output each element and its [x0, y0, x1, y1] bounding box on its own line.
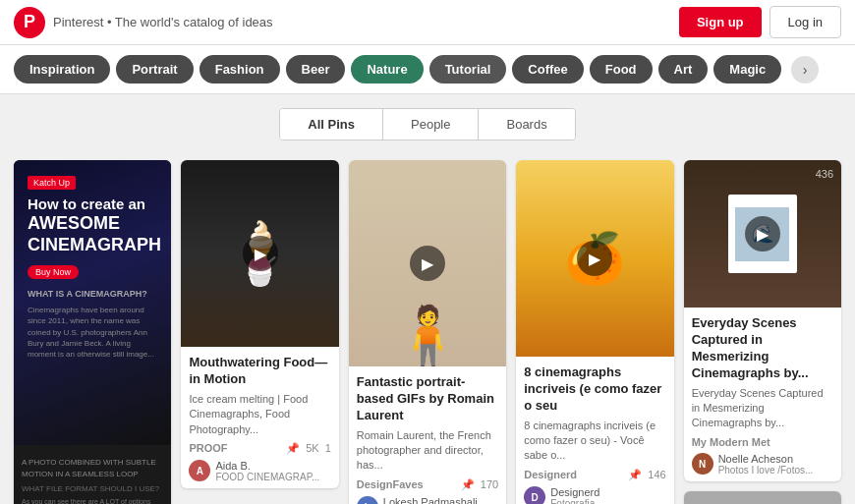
pin-meta: My Modern Met: [692, 436, 833, 448]
pin-info: Fantastic portrait-based GIFs by Romain …: [349, 366, 506, 504]
pin-card[interactable]: Katch Up How to create anAWESOMECINEMAGR…: [14, 160, 171, 504]
signup-button[interactable]: Sign up: [679, 7, 762, 37]
cat-magic[interactable]: Magic: [713, 55, 781, 84]
pin-card[interactable]: 🧍 ▶ Fantastic portrait-based GIFs by Rom…: [349, 160, 506, 504]
play-button[interactable]: ▶: [243, 236, 278, 271]
play-button[interactable]: ▶: [745, 216, 780, 252]
user-name: Designerd: [550, 486, 599, 498]
category-next-button[interactable]: ›: [791, 56, 819, 84]
pin-title: 8 cinemagraphs incriveis (e como fazer o…: [524, 364, 665, 415]
logo[interactable]: P Pinterest • The world's catalog of ide…: [14, 7, 273, 38]
play-button[interactable]: ▶: [577, 241, 612, 276]
pin-desc: 8 cinemagraphs incriveis (e como fazer o…: [524, 419, 665, 464]
login-button[interactable]: Log in: [770, 6, 841, 38]
pin-title: Mouthwatering Food—in Motion: [189, 355, 330, 388]
pin-desc: Ice cream melting | Food Cinemagraphs, F…: [189, 392, 330, 437]
pin-stat-count: 170: [481, 478, 498, 491]
filter-tabs-container: All Pins People Boards: [0, 94, 855, 150]
pin-column-5: 🌊 ▶ 436 Everyday Scenes Captured in Mesm…: [684, 160, 841, 504]
pin-info: 8 cinemagraphs incriveis (e como fazer o…: [516, 357, 673, 504]
avatar: A: [189, 460, 210, 481]
logo-icon: P: [14, 7, 45, 38]
pin-desc: Romain Laurent, the French photographer …: [357, 428, 498, 474]
pin-save-count: 5K: [306, 442, 318, 455]
cat-beer[interactable]: Beer: [286, 55, 346, 84]
pin-user: L Lokesh Padmashali ★ GIFS ★: [357, 496, 498, 504]
cat-fashion[interactable]: Fashion: [200, 55, 280, 84]
pin-source: PROOF: [189, 442, 227, 454]
pin-title: Fantastic portrait-based GIFs by Romain …: [357, 374, 498, 424]
tab-people[interactable]: People: [383, 109, 479, 140]
user-name: Aida B.: [215, 460, 319, 472]
pin-source: Designerd: [524, 469, 577, 480]
pin-card[interactable]: 🍦 🍧 ▶ Mouthwatering Food—in Motion Ice c…: [181, 160, 338, 488]
cat-inspiration[interactable]: Inspiration: [14, 55, 110, 84]
pin-user: A Aida B. FOOD CINEMAGRAP...: [189, 460, 330, 482]
pin-meta: Designerd 📌 146: [524, 469, 665, 481]
pin-card[interactable]: 🌊 ▶ 436 Everyday Scenes Captured in Mesm…: [684, 160, 841, 481]
cat-portrait[interactable]: Portrait: [116, 55, 193, 84]
pin-column-1: Katch Up How to create anAWESOMECINEMAGR…: [14, 160, 171, 504]
pin-column-4: 🍊 ▶ 8 cinemagraphs incriveis (e como faz…: [516, 160, 673, 504]
avatar: D: [524, 486, 545, 504]
save-icon: 📌: [286, 442, 300, 455]
pin-user: D Designerd Fotografia: [524, 486, 665, 504]
tab-boards[interactable]: Boards: [479, 109, 574, 140]
cat-art[interactable]: Art: [658, 55, 709, 84]
cat-tutorial[interactable]: Tutorial: [429, 55, 507, 84]
pin-stat-count: 146: [648, 469, 665, 481]
tab-all-pins[interactable]: All Pins: [280, 109, 383, 140]
pin-desc: Everyday Scenes Captured in Mesmerizing …: [692, 386, 833, 431]
header: P Pinterest • The world's catalog of ide…: [0, 0, 855, 45]
user-board: Fotografia: [550, 498, 599, 504]
stats-icon: 📌: [461, 478, 475, 491]
play-button[interactable]: ▶: [410, 246, 445, 281]
pin-stats: 📌 170: [461, 478, 498, 491]
pin-card-partial[interactable]: [684, 491, 841, 504]
logo-text: Pinterest • The world's catalog of ideas: [53, 15, 273, 29]
pin-grid: Katch Up How to create anAWESOMECINEMAGR…: [0, 150, 855, 504]
category-bar: Inspiration Portrait Fashion Beer Nature…: [0, 45, 855, 94]
pin-user: N Noelle Acheson Photos I love /Fotos...: [692, 453, 833, 476]
filter-tab-group: All Pins People Boards: [279, 108, 575, 140]
pin-card[interactable]: 🍊 ▶ 8 cinemagraphs incriveis (e como faz…: [516, 160, 673, 504]
pin-stats: 📌 5K 1: [286, 442, 331, 455]
pin-column-3: 🧍 ▶ Fantastic portrait-based GIFs by Rom…: [349, 160, 506, 504]
cat-coffee[interactable]: Coffee: [512, 55, 583, 84]
pin-count-badge: 436: [816, 168, 833, 180]
avatar: N: [692, 453, 713, 475]
cat-food[interactable]: Food: [590, 55, 653, 84]
pin-title: Everyday Scenes Captured in Mesmerizing …: [692, 315, 833, 382]
stats-icon: 📌: [628, 469, 642, 481]
user-name: Lokesh Padmashali: [383, 496, 478, 504]
pin-column-2: 🍦 🍧 ▶ Mouthwatering Food—in Motion Ice c…: [181, 160, 338, 488]
pin-meta: DesignFaves 📌 170: [357, 478, 498, 491]
pin-repin-count: 1: [325, 442, 331, 455]
cat-nature[interactable]: Nature: [351, 55, 423, 84]
pin-source: My Modern Met: [692, 436, 770, 448]
avatar: L: [357, 496, 378, 504]
pin-info: Everyday Scenes Captured in Mesmerizing …: [684, 308, 841, 481]
pin-stats: 📌 146: [628, 469, 665, 481]
pin-source: DesignFaves: [357, 478, 424, 490]
pin-info: Mouthwatering Food—in Motion Ice cream m…: [181, 347, 338, 488]
user-board: FOOD CINEMAGRAP...: [215, 472, 319, 482]
pin-meta: PROOF 📌 5K 1: [189, 442, 330, 455]
user-name: Noelle Acheson: [718, 453, 814, 465]
user-board: Photos I love /Fotos...: [718, 465, 814, 476]
